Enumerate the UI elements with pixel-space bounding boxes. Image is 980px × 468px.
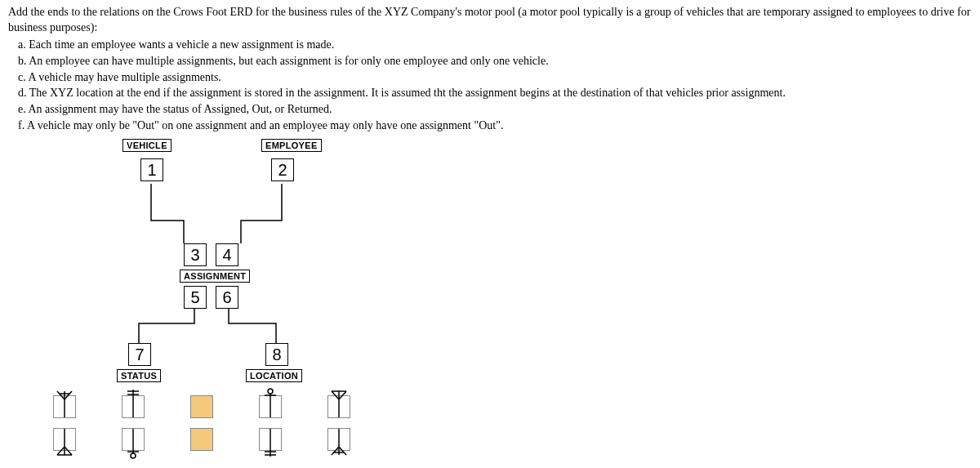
piece-zero-or-many-up[interactable] <box>327 395 350 418</box>
piece-zero-or-one-up[interactable] <box>122 395 145 418</box>
svg-line-1 <box>57 391 65 399</box>
svg-line-12 <box>339 391 346 399</box>
svg-line-15 <box>57 447 65 455</box>
rule-e: e. An assignment may have the status of … <box>18 102 972 118</box>
svg-line-16 <box>65 447 72 455</box>
svg-line-26 <box>339 447 346 455</box>
crowsfoot-palette <box>53 395 972 451</box>
svg-line-2 <box>65 391 72 399</box>
slot-7[interactable]: 7 <box>128 343 151 366</box>
entity-employee: EMPLOYEE <box>261 139 322 152</box>
piece-one-or-many-down[interactable] <box>53 428 76 451</box>
piece-blank-up[interactable] <box>190 395 213 418</box>
svg-line-11 <box>332 391 339 399</box>
palette-row-top <box>53 395 972 418</box>
slot-3[interactable]: 3 <box>184 243 207 266</box>
rule-b: b. An employee can have multiple assignm… <box>18 54 972 69</box>
piece-zero-or-one-down[interactable] <box>122 428 145 451</box>
slot-6[interactable]: 6 <box>216 286 238 309</box>
slot-1[interactable]: 1 <box>140 158 163 181</box>
piece-one-or-many-up[interactable] <box>53 395 76 418</box>
piece-one-and-only-one-up[interactable] <box>259 395 282 418</box>
slot-4[interactable]: 4 <box>216 243 238 266</box>
erd-diagram: VEHICLE 1 EMPLOYEE 2 3 4 ASSIGNMENT 5 6 … <box>114 139 972 392</box>
piece-blank-down[interactable] <box>190 428 213 451</box>
slot-5[interactable]: 5 <box>184 286 207 309</box>
rule-a: a. Each time an employee wants a vehicle… <box>18 38 972 53</box>
business-rules-text: Add the ends to the relations on the Cro… <box>8 5 972 134</box>
entity-location: LOCATION <box>246 369 302 382</box>
entity-assignment: ASSIGNMENT <box>180 270 250 283</box>
palette-row-bottom <box>53 428 972 451</box>
piece-zero-or-many-down[interactable] <box>327 428 350 451</box>
slot-8[interactable]: 8 <box>265 343 288 366</box>
entity-status: STATUS <box>117 369 161 382</box>
rule-c: c. A vehicle may have multiple assignmen… <box>18 70 972 86</box>
slot-2[interactable]: 2 <box>271 158 294 181</box>
rule-d: d. The XYZ location at the end if the as… <box>18 86 972 101</box>
piece-one-and-only-one-down[interactable] <box>259 428 282 451</box>
svg-point-20 <box>131 453 136 458</box>
svg-point-8 <box>268 389 273 394</box>
rule-f: f. A vehicle may only be "Out" on one as… <box>18 118 972 134</box>
svg-line-25 <box>332 447 339 455</box>
entity-vehicle: VEHICLE <box>122 139 172 152</box>
rules-intro: Add the ends to the relations on the Cro… <box>8 5 972 36</box>
